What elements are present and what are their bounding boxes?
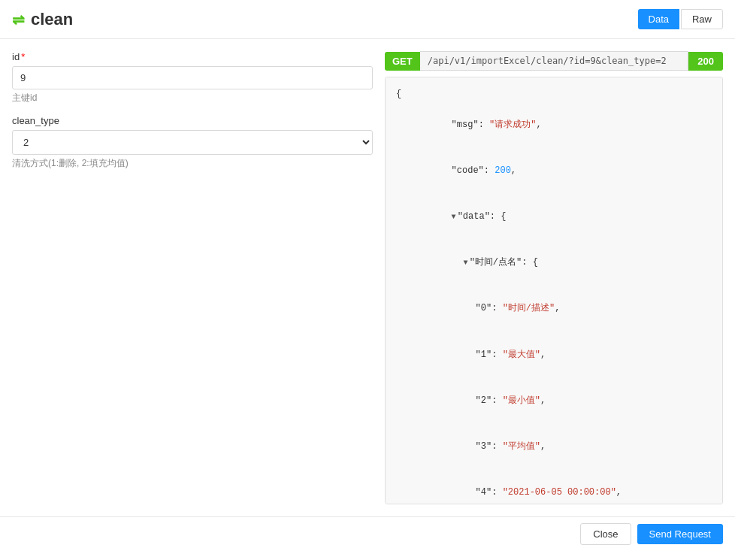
- json-entry-3: "3": "平均值",: [396, 424, 712, 470]
- json-open-brace: {: [396, 86, 712, 101]
- clean-type-field-group: clean_type 2 1 清洗方式(1:删除, 2:填充均值): [12, 115, 373, 170]
- json-entry-4: "4": "2021-06-05 00:00:00",: [396, 470, 712, 504]
- clean-type-select[interactable]: 2 1: [12, 130, 373, 155]
- raw-button[interactable]: Raw: [681, 9, 723, 29]
- method-badge: GET: [385, 52, 420, 71]
- arrows-icon: ⇌: [12, 11, 25, 29]
- header-left: ⇌ clean: [12, 10, 73, 29]
- close-button[interactable]: Close: [580, 523, 631, 545]
- id-label: id*: [12, 51, 373, 62]
- data-button[interactable]: Data: [638, 9, 679, 29]
- json-time-node-arrow: ▼"时间/点名": {: [396, 240, 712, 286]
- main-content: id* 主键id clean_type 2 1 清洗方式(1:删除, 2:填充均…: [0, 39, 735, 516]
- clean-type-sublabel: 清洗方式(1:删除, 2:填充均值): [12, 157, 373, 170]
- json-entry-1: "1": "最大值",: [396, 331, 712, 377]
- page-title: clean: [31, 10, 73, 29]
- footer: Close Send Request: [0, 516, 735, 551]
- clean-type-label: clean_type: [12, 115, 373, 126]
- json-entry-0: "0": "时间/描述",: [396, 286, 712, 331]
- send-request-button[interactable]: Send Request: [637, 524, 723, 544]
- right-panel: GET /api/v1/importExcel/clean/?id=9&clea…: [385, 51, 723, 504]
- url-display: /api/v1/importExcel/clean/?id=9&clean_ty…: [420, 51, 689, 71]
- status-badge: 200: [688, 52, 723, 71]
- left-panel: id* 主键id clean_type 2 1 清洗方式(1:删除, 2:填充均…: [12, 51, 373, 504]
- view-toggle: Data Raw: [638, 9, 723, 29]
- request-bar: GET /api/v1/importExcel/clean/?id=9&clea…: [385, 51, 723, 71]
- id-input[interactable]: [12, 66, 373, 89]
- header: ⇌ clean Data Raw: [0, 0, 735, 39]
- json-data-arrow: ▼"data": {: [396, 194, 712, 240]
- json-entry-2: "2": "最小值",: [396, 377, 712, 423]
- id-field-group: id* 主键id: [12, 51, 373, 104]
- json-code: "code": 200,: [396, 148, 712, 194]
- json-msg: "msg": "请求成功",: [396, 101, 712, 147]
- id-sublabel: 主键id: [12, 92, 373, 104]
- json-viewer[interactable]: { "msg": "请求成功", "code": 200, ▼"data": {…: [385, 77, 723, 504]
